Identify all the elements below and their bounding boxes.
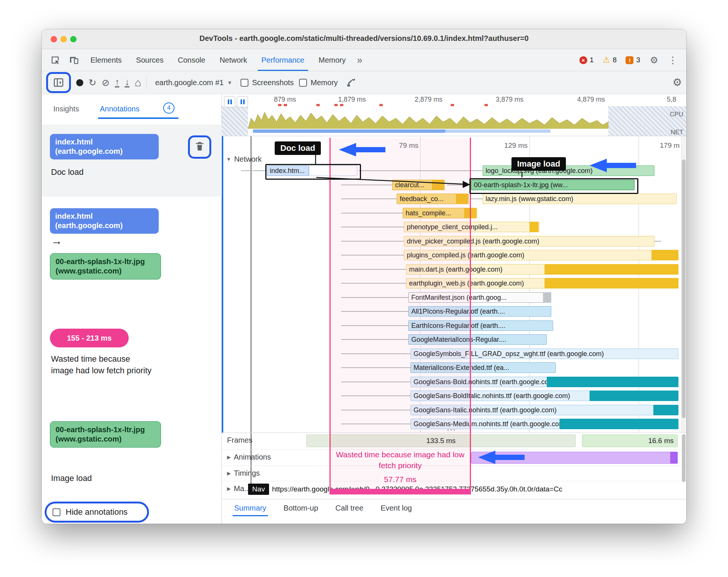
tab-memory[interactable]: Memory: [313, 50, 352, 71]
kebab-menu-icon[interactable]: ⋮: [665, 53, 681, 68]
scrollbar-thumb[interactable]: [682, 159, 686, 418]
tab-console[interactable]: Console: [172, 50, 211, 71]
garbage-collect-icon[interactable]: [343, 75, 359, 90]
active-sidebar-tab-underline: [98, 117, 179, 119]
timings-track-header[interactable]: ▶ Timings: [227, 469, 260, 478]
network-track-header[interactable]: ▼ Network: [226, 155, 262, 164]
network-request-bar[interactable]: 00-earth-splash-1x-ltr.jpg (ww...: [471, 180, 635, 190]
request-tail: [654, 241, 661, 242]
reload-and-record-icon[interactable]: ↻: [89, 78, 96, 87]
request-whisker: [341, 325, 408, 326]
annotations-sidebar: Insights Annotations 4 index.html (earth…: [42, 94, 222, 524]
tab-summary[interactable]: Summary: [234, 504, 266, 516]
network-request-bar[interactable]: drive_picker_compiled.js (earth.google.c…: [404, 236, 654, 246]
request-whisker: [341, 213, 403, 213]
request-whisker: [341, 283, 406, 284]
network-track[interactable]: 79 ms 129 ms 179 m ▼ Network ... index.h…: [222, 136, 681, 433]
tab-performance[interactable]: Performance: [256, 50, 311, 71]
request-active-chunk: [456, 194, 468, 204]
network-request-bar[interactable]: GoogleSans-Italic.nohints.ttf (earth.goo…: [411, 405, 678, 415]
tab-network-label: Network: [220, 56, 247, 65]
scrollbar-thumb[interactable]: [682, 434, 686, 482]
profile-select[interactable]: earth.google.com #1 ▼: [152, 77, 235, 89]
overview-tick: 5,8: [667, 96, 682, 104]
sidebar-tab-annotations[interactable]: Annotations: [100, 105, 140, 113]
annotation-highlight-trash: [188, 135, 211, 159]
request-label: clearcut...: [393, 181, 424, 189]
network-request-bar[interactable]: phenotype_client_compiled.j...: [404, 222, 539, 232]
timeline-overview[interactable]: 879 ms 1,879 ms 2,879 ms 3,879 ms 4,879 …: [222, 94, 686, 136]
doc-load-arrow-icon: [339, 142, 385, 157]
main-track-header[interactable]: ▶ Ma...: [227, 484, 250, 493]
tab-call-tree[interactable]: Call tree: [335, 504, 363, 516]
warning-icon: ⚠: [603, 55, 610, 65]
frame-duration: 16.6 ms: [648, 437, 674, 445]
network-request-bar[interactable]: index.htm...: [267, 165, 309, 176]
issues-badge[interactable]: ! 3: [626, 56, 640, 64]
annotation-pill-splash-image[interactable]: 00-earth-splash-1x-ltr.jpg (www.gstatic.…: [50, 421, 161, 448]
more-tabs-icon[interactable]: »: [354, 54, 365, 66]
network-request-bar[interactable]: FontManifest.json (earth.goog...: [408, 292, 551, 303]
screenshots-checkbox[interactable]: [241, 79, 248, 87]
annotation-pill-time-range[interactable]: 155 - 213 ms: [50, 329, 129, 347]
request-active-chunk: [560, 419, 678, 429]
device-toolbar-icon[interactable]: [66, 53, 82, 68]
request-label: earthplugin_web.js (earth.google.com): [406, 279, 524, 287]
network-request-bar[interactable]: GoogleMaterialIcons-Regular....: [408, 334, 547, 345]
annotation-pill-link-from[interactable]: index.html (earth.google.com): [50, 208, 159, 234]
frame-duration: 133.5 ms: [426, 437, 456, 445]
annotation-label-image-load[interactable]: Image load: [51, 472, 92, 484]
memory-checkbox[interactable]: [299, 79, 307, 87]
tab-elements[interactable]: Elements: [84, 50, 128, 71]
long-task-marker: [379, 104, 383, 106]
request-label: GoogleSans-Medium.nohints.ttf (earth.goo…: [411, 420, 567, 428]
screenshots-checkbox-row[interactable]: Screenshots: [241, 78, 294, 87]
tab-sources[interactable]: Sources: [130, 50, 169, 71]
tab-bottom-up[interactable]: Bottom-up: [284, 504, 318, 516]
image-load-callout[interactable]: Image load: [511, 157, 566, 171]
network-request-bar[interactable]: MaterialIcons-Extended.ttf (ea...: [411, 362, 556, 373]
tab-network[interactable]: Network: [214, 50, 253, 71]
error-badge[interactable]: × 1: [579, 56, 594, 64]
annotation-pill-link-to[interactable]: 00-earth-splash-1x-ltr.jpg (www.gstatic.…: [50, 253, 161, 279]
toggle-sidebar-icon[interactable]: [50, 75, 67, 90]
animations-track[interactable]: ▶ Animations: [222, 449, 686, 466]
network-request-bar[interactable]: lazy.min.js (www.gstatic.com): [483, 194, 677, 204]
doc-load-callout[interactable]: Doc load: [275, 141, 321, 155]
capture-settings-gear-icon[interactable]: ⚙: [672, 77, 682, 88]
memory-checkbox-row[interactable]: Memory: [299, 78, 338, 87]
sidebar-tab-insights[interactable]: Insights: [53, 105, 79, 113]
animations-track-header[interactable]: ▶ Animations: [227, 453, 271, 461]
trash-icon[interactable]: [194, 141, 205, 153]
annotation-pill-index-html[interactable]: index.html (earth.google.com): [50, 134, 159, 159]
tab-performance-label: Performance: [262, 56, 305, 65]
nav-marker[interactable]: Nav: [248, 484, 269, 495]
frame-bar[interactable]: 133.5 ms: [306, 434, 576, 447]
frame-bar[interactable]: 16.6 ms: [582, 434, 678, 447]
request-label: feedback_co...: [397, 195, 444, 203]
upload-profile-icon[interactable]: ↑: [115, 78, 120, 88]
download-profile-icon[interactable]: ↓: [125, 78, 129, 88]
annotation-label-wasted-time[interactable]: Wasted time because image had low fetch …: [51, 353, 152, 376]
annotation-label-doc-load[interactable]: Doc load: [51, 166, 84, 178]
hide-annotations-checkbox[interactable]: [53, 508, 60, 516]
request-whisker: [341, 353, 411, 354]
home-icon[interactable]: ⌂: [135, 77, 141, 88]
wasted-time-range-bar[interactable]: [329, 489, 471, 494]
timings-track[interactable]: ▶ Timings: [222, 466, 686, 481]
pause-button[interactable]: [224, 96, 235, 107]
network-request-bar[interactable]: GoogleSymbols_FILL_GRAD_opsz_wght.ttf (e…: [411, 349, 678, 359]
network-request-bar[interactable]: plugins_compiled.js (earth.google.com): [404, 250, 678, 260]
frames-track[interactable]: Frames 133.5 ms 16.6 ms: [222, 433, 686, 450]
network-request-bar[interactable]: [309, 165, 357, 176]
network-request-bar[interactable]: EarthIcons-Regular.otf (earth....: [408, 320, 553, 331]
clear-icon[interactable]: ⊘: [102, 78, 110, 87]
settings-gear-icon[interactable]: ⚙: [646, 53, 662, 68]
inspect-element-icon[interactable]: [47, 53, 63, 68]
record-icon[interactable]: [76, 79, 83, 86]
network-request-bar[interactable]: All1PIcons-Regular.otf (earth....: [408, 306, 551, 317]
tab-event-log[interactable]: Event log: [381, 504, 412, 516]
pause-button[interactable]: [237, 96, 248, 107]
warning-badge[interactable]: ⚠ 8: [603, 55, 617, 65]
long-task-marker: [484, 104, 488, 106]
